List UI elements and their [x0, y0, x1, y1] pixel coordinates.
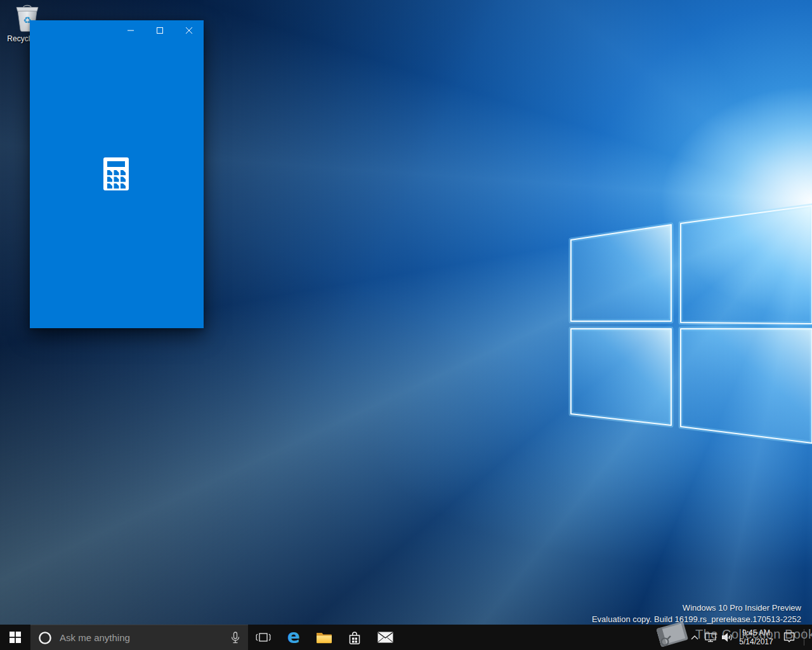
- file-explorer-icon: [316, 631, 332, 644]
- system-watermark: Windows 10 Pro Insider Preview Evaluatio…: [592, 602, 801, 625]
- mail-icon: [377, 632, 393, 643]
- minimize-icon: [128, 27, 134, 34]
- edge-icon: e: [287, 627, 300, 646]
- hidden-icons-button[interactable]: [687, 625, 702, 650]
- show-desktop-button[interactable]: [804, 625, 812, 650]
- search-input[interactable]: [58, 632, 229, 644]
- task-view-icon: [255, 631, 272, 644]
- calculator-icon: [103, 157, 129, 190]
- store-button[interactable]: [339, 625, 370, 650]
- windows-logo-icon: [10, 632, 21, 643]
- network-tray-button[interactable]: [702, 625, 719, 650]
- task-view-button[interactable]: [248, 625, 278, 650]
- tray-date: 5/14/2017: [735, 637, 777, 646]
- start-button[interactable]: [0, 625, 30, 650]
- network-icon: [705, 633, 716, 642]
- watermark-line1: Windows 10 Pro Insider Preview: [592, 602, 801, 614]
- windows-hero-logo: [558, 203, 812, 444]
- calculator-splash-window[interactable]: [30, 20, 204, 328]
- edge-browser-button[interactable]: e: [278, 625, 309, 650]
- volume-tray-button[interactable]: [719, 625, 735, 650]
- close-button[interactable]: [174, 20, 204, 41]
- chevron-up-icon: [691, 635, 698, 640]
- cortana-ring-icon: [38, 631, 52, 645]
- mail-button[interactable]: [370, 625, 400, 650]
- close-icon: [186, 27, 192, 34]
- watermark-line2: Evaluation copy. Build 16199.rs_prerelea…: [592, 614, 801, 625]
- system-tray: 9:45 AM 5/14/2017: [687, 625, 812, 650]
- action-center-button[interactable]: [777, 625, 801, 650]
- tray-clock[interactable]: 9:45 AM 5/14/2017: [735, 628, 777, 646]
- desktop-screen: ♻ Recycle Bin: [0, 0, 812, 650]
- speaker-icon: [721, 632, 733, 642]
- tray-time: 9:45 AM: [735, 628, 777, 637]
- taskbar: e: [0, 625, 812, 650]
- calculator-titlebar[interactable]: [30, 20, 204, 41]
- maximize-icon: [157, 27, 163, 34]
- store-icon: [348, 630, 362, 645]
- file-explorer-button[interactable]: [309, 625, 339, 650]
- action-center-icon: [783, 632, 796, 643]
- microphone-icon[interactable]: [229, 631, 242, 645]
- cortana-search-box[interactable]: [30, 625, 248, 650]
- minimize-button[interactable]: [116, 20, 145, 41]
- maximize-button[interactable]: [145, 20, 174, 41]
